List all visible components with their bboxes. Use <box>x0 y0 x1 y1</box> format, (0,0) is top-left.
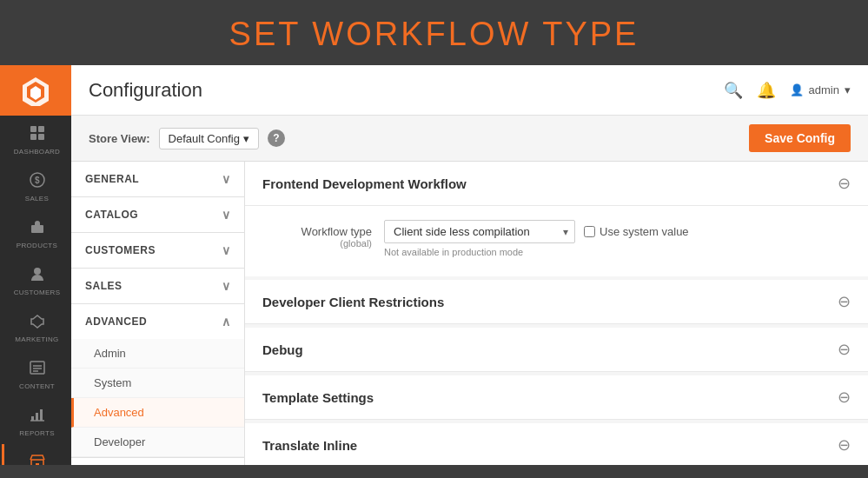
hint-text-0: Not available in production mode <box>384 247 851 257</box>
section-body-0: Workflow type (global) Client side less … <box>245 206 868 276</box>
form-control-area-0: Client side less compilationServer side … <box>384 220 851 257</box>
help-button[interactable]: ? <box>268 129 285 147</box>
nav-section-header-general[interactable]: GENERAL∨ <box>71 162 244 196</box>
nav-sub-items-advanced: AdminSystemAdvancedDeveloper <box>71 339 244 457</box>
nav-section-label: CATALOG <box>85 209 138 221</box>
banner-title: SET WORKFLOW TYPE <box>0 16 868 53</box>
section-header-2[interactable]: Debug⊖ <box>245 328 868 372</box>
chevron-icon: ∨ <box>222 172 231 186</box>
nav-section-catalog: CATALOG∨ <box>71 197 244 233</box>
section-header-3[interactable]: Template Settings⊖ <box>245 375 868 420</box>
section-title-2: Debug <box>262 342 303 357</box>
nav-section-customers: CUSTOMERS∨ <box>71 233 244 269</box>
select-wrapper-0: Client side less compilationServer side … <box>384 220 575 243</box>
left-nav: GENERAL∨CATALOG∨CUSTOMERS∨SALES∨ADVANCED… <box>71 162 245 465</box>
content-area: GENERAL∨CATALOG∨CUSTOMERS∨SALES∨ADVANCED… <box>71 162 868 465</box>
section-header-0[interactable]: Frontend Development Workflow⊖ <box>245 162 868 206</box>
section-block-0: Frontend Development Workflow⊖ Workflow … <box>245 162 868 276</box>
nav-section-advanced: ADVANCED∧AdminSystemAdvancedDeveloper <box>71 304 244 458</box>
stores-icon <box>29 453 46 465</box>
products-icon <box>29 218 46 238</box>
sidebar-logo <box>0 65 71 116</box>
content-icon <box>29 359 46 379</box>
section-title-1: Developer Client Restrictions <box>262 295 444 309</box>
sidebar-item-marketing[interactable]: MARKETING <box>2 303 70 350</box>
svg-rect-2 <box>30 134 36 140</box>
sidebar-item-stores[interactable]: STORES <box>2 444 70 465</box>
customers-icon <box>29 265 46 285</box>
section-toggle-icon-0: ⊖ <box>838 174 851 193</box>
main-area: Configuration 🔍 🔔 👤 admin ▾ Store View: … <box>71 65 868 465</box>
nav-sub-item-advanced[interactable]: Advanced <box>71 398 244 428</box>
section-block-2: Debug⊖ <box>245 328 868 372</box>
use-system-value-label[interactable]: Use system value <box>584 225 689 238</box>
sidebar-item-label: REPORTS <box>19 429 55 437</box>
sidebar-item-content[interactable]: CONTENT <box>2 350 70 397</box>
use-system-value-checkbox[interactable] <box>584 226 595 237</box>
store-view-select[interactable]: Default Config ▾ <box>159 128 259 149</box>
form-row-0: Workflow type (global) Client side less … <box>262 220 851 257</box>
sidebar-item-sales[interactable]: $SALES <box>2 163 70 209</box>
sidebar-item-label: MARKETING <box>15 335 58 343</box>
svg-rect-0 <box>30 126 36 132</box>
sidebar-item-label: CONTENT <box>19 382 55 390</box>
svg-rect-17 <box>36 463 39 465</box>
nav-section-general: GENERAL∨ <box>71 162 244 197</box>
chevron-icon: ∨ <box>222 243 231 257</box>
chevron-down-icon: ▾ <box>845 83 851 96</box>
page-title: Configuration <box>89 79 202 102</box>
chevron-icon: ∧ <box>222 315 231 329</box>
workflow-type-select[interactable]: Client side less compilationServer side … <box>384 220 575 243</box>
section-title-4: Translate Inline <box>262 438 357 453</box>
app-shell: DASHBOARD$SALESPRODUCTSCUSTOMERSMARKETIN… <box>0 65 868 465</box>
nav-sub-item-admin[interactable]: Admin <box>71 339 244 368</box>
section-header-4[interactable]: Translate Inline⊖ <box>245 423 868 465</box>
store-view-value: Default Config <box>169 132 240 145</box>
sidebar-item-label: PRODUCTS <box>17 242 57 249</box>
nav-section-header-sales[interactable]: SALES∨ <box>71 269 244 303</box>
admin-label: admin <box>809 83 839 96</box>
chevron-icon: ∨ <box>222 279 231 293</box>
bell-icon[interactable]: 🔔 <box>757 81 776 100</box>
nav-section-label: CUSTOMERS <box>85 244 156 256</box>
sales-icon: $ <box>29 171 46 191</box>
section-toggle-icon-2: ⊖ <box>838 340 851 359</box>
nav-section-header-customers[interactable]: CUSTOMERS∨ <box>71 233 244 268</box>
nav-section-header-catalog[interactable]: CATALOG∨ <box>71 197 244 232</box>
chevron-icon: ∨ <box>222 208 231 222</box>
save-config-button[interactable]: Save Config <box>749 124 851 152</box>
sidebar-items: DASHBOARD$SALESPRODUCTSCUSTOMERSMARKETIN… <box>2 116 70 465</box>
svg-text:$: $ <box>34 176 39 185</box>
dashboard-icon <box>29 124 46 144</box>
header: Configuration 🔍 🔔 👤 admin ▾ <box>71 65 868 116</box>
section-header-1[interactable]: Developer Client Restrictions⊖ <box>245 280 868 324</box>
section-block-3: Template Settings⊖ <box>245 375 868 420</box>
reports-icon <box>29 406 46 426</box>
sidebar-item-label: CUSTOMERS <box>14 289 61 296</box>
search-icon[interactable]: 🔍 <box>724 81 743 100</box>
svg-rect-6 <box>31 225 43 233</box>
sidebar-item-customers[interactable]: CUSTOMERS <box>2 256 70 303</box>
marketing-icon <box>29 312 46 332</box>
form-label-0: Workflow type (global) <box>262 220 384 249</box>
sidebar-item-products[interactable]: PRODUCTS <box>2 209 70 256</box>
svg-rect-3 <box>38 134 44 140</box>
top-banner: SET WORKFLOW TYPE <box>0 0 868 65</box>
header-actions: 🔍 🔔 👤 admin ▾ <box>724 81 851 100</box>
sidebar-item-reports[interactable]: REPORTS <box>2 397 70 444</box>
nav-section-label: SALES <box>85 280 123 292</box>
nav-section-header-advanced[interactable]: ADVANCED∧ <box>71 304 244 339</box>
sidebar-item-dashboard[interactable]: DASHBOARD <box>2 116 70 163</box>
sidebar-item-label: DASHBOARD <box>14 148 60 156</box>
section-title-0: Frontend Development Workflow <box>262 176 467 191</box>
admin-menu-button[interactable]: 👤 admin ▾ <box>790 83 851 96</box>
nav-sub-item-system[interactable]: System <box>71 368 244 398</box>
svg-rect-1 <box>38 126 44 132</box>
form-inline-0: Client side less compilationServer side … <box>384 220 851 243</box>
svg-rect-14 <box>40 409 43 421</box>
nav-sub-item-developer[interactable]: Developer <box>71 428 244 457</box>
user-icon: 👤 <box>790 83 804 96</box>
main-content: Frontend Development Workflow⊖ Workflow … <box>245 162 868 465</box>
store-view-label: Store View: <box>89 132 150 145</box>
sidebar: DASHBOARD$SALESPRODUCTSCUSTOMERSMARKETIN… <box>0 65 71 465</box>
